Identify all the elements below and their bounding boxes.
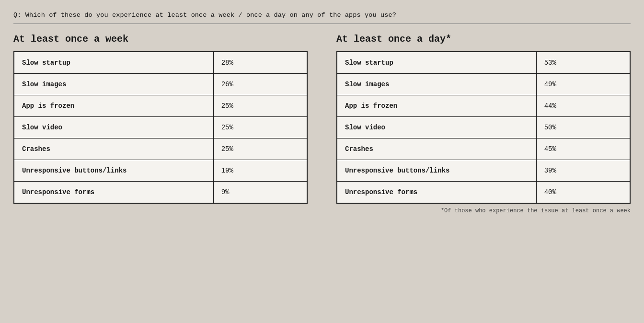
row-value: 26% (213, 74, 307, 95)
row-value: 39% (536, 160, 630, 182)
row-label: Crashes (337, 138, 536, 160)
table-row: Slow video 25% (14, 117, 307, 138)
left-title: At least once a week (13, 34, 308, 45)
table-row: Unresponsive buttons/links 19% (14, 160, 307, 182)
row-label: App is frozen (14, 95, 213, 117)
table-row: App is frozen 25% (14, 95, 307, 117)
row-label: App is frozen (337, 95, 536, 117)
row-label: Slow startup (337, 52, 536, 74)
table-row: App is frozen 44% (337, 95, 630, 117)
table-row: Slow startup 53% (337, 52, 630, 74)
row-label: Crashes (14, 138, 213, 160)
row-value: 25% (213, 138, 307, 160)
table-row: Crashes 45% (337, 138, 630, 160)
row-label: Slow images (337, 74, 536, 95)
table-row: Crashes 25% (14, 138, 307, 160)
row-label: Unresponsive forms (14, 182, 213, 204)
table-row: Unresponsive buttons/links 39% (337, 160, 630, 182)
right-title: At least once a day* (336, 34, 631, 45)
row-value: 44% (536, 95, 630, 117)
row-value: 19% (213, 160, 307, 182)
row-value: 49% (536, 74, 630, 95)
row-value: 53% (536, 52, 630, 74)
divider (13, 23, 631, 24)
table-row: Slow images 26% (14, 74, 307, 95)
row-label: Slow startup (14, 52, 213, 74)
two-column-layout: At least once a week Slow startup 28% Sl… (13, 34, 631, 214)
table-row: Slow startup 28% (14, 52, 307, 74)
table-row: Unresponsive forms 9% (14, 182, 307, 204)
row-label: Unresponsive buttons/links (14, 160, 213, 182)
row-label: Slow images (14, 74, 213, 95)
row-value: 50% (536, 117, 630, 138)
left-table: Slow startup 28% Slow images 26% App is … (13, 51, 308, 204)
table-row: Slow video 50% (337, 117, 630, 138)
row-value: 40% (536, 182, 630, 204)
right-column: At least once a day* Slow startup 53% Sl… (336, 34, 631, 214)
footnote: *Of those who experience the issue at le… (336, 208, 631, 214)
row-value: 25% (213, 95, 307, 117)
row-label: Unresponsive buttons/links (337, 160, 536, 182)
row-value: 45% (536, 138, 630, 160)
table-row: Slow images 49% (337, 74, 630, 95)
table-row: Unresponsive forms 40% (337, 182, 630, 204)
left-column: At least once a week Slow startup 28% Sl… (13, 34, 308, 214)
row-label: Unresponsive forms (337, 182, 536, 204)
row-value: 25% (213, 117, 307, 138)
question-text: Q: Which of these do you experience at l… (13, 12, 631, 19)
row-value: 9% (213, 182, 307, 204)
row-label: Slow video (337, 117, 536, 138)
right-table: Slow startup 53% Slow images 49% App is … (336, 51, 631, 204)
row-label: Slow video (14, 117, 213, 138)
row-value: 28% (213, 52, 307, 74)
